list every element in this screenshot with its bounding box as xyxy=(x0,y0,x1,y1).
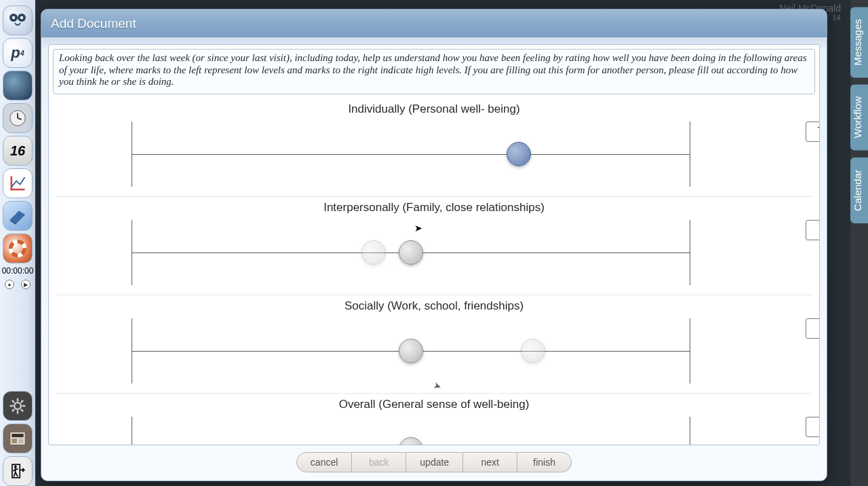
svg-rect-7 xyxy=(11,176,13,191)
svg-point-10 xyxy=(11,242,25,256)
slider[interactable]: -- xyxy=(56,220,812,285)
dialog-title: Add Document xyxy=(41,10,827,37)
slider-label: Interpersonally (Family, close relations… xyxy=(56,201,812,214)
lifesaver-icon[interactable] xyxy=(3,233,33,263)
slider-ghost-knob xyxy=(361,240,386,265)
sliders-container: Individually (Personal well- being)7.0In… xyxy=(49,98,819,445)
svg-line-16 xyxy=(12,400,14,403)
exit-icon[interactable] xyxy=(3,456,33,486)
slider-knob[interactable] xyxy=(507,142,531,166)
update-button[interactable]: update xyxy=(406,452,463,472)
timer-display: 00:00:00 xyxy=(0,263,35,276)
svg-point-2 xyxy=(12,16,15,19)
dialog-body: Looking back over the last week (or sinc… xyxy=(48,44,820,445)
book-svg xyxy=(7,206,28,226)
svg-point-3 xyxy=(20,16,23,19)
owl-svg xyxy=(7,10,28,31)
chart-icon[interactable] xyxy=(3,168,33,198)
calendar-day-icon[interactable]: 16 xyxy=(3,136,33,166)
tab-calendar[interactable]: Calendar xyxy=(850,157,868,223)
p4-label: p xyxy=(11,44,20,62)
slider-value-display: -- xyxy=(806,417,819,437)
svg-rect-22 xyxy=(12,438,17,443)
button-bar: cancel back update next finish xyxy=(41,445,827,481)
slider-ghost-knob xyxy=(521,339,545,363)
instructions-text: Looking back over the last week (or sinc… xyxy=(53,49,815,94)
svg-line-19 xyxy=(12,409,14,411)
slider-track xyxy=(132,122,690,187)
back-button: back xyxy=(352,452,406,472)
slider-knob[interactable] xyxy=(399,339,423,363)
news-icon[interactable] xyxy=(3,424,33,453)
svg-point-27 xyxy=(14,466,17,468)
news-svg xyxy=(8,429,27,448)
clock-svg xyxy=(7,108,28,128)
timer-record-button[interactable]: ● xyxy=(5,280,14,289)
svg-line-17 xyxy=(21,409,23,411)
cancel-button[interactable]: cancel xyxy=(296,452,352,472)
right-tabs: Messages Workflow Calendar xyxy=(850,0,868,486)
svg-rect-21 xyxy=(12,434,24,437)
svg-line-18 xyxy=(21,400,23,403)
slider-row: Interpersonally (Family, close relations… xyxy=(56,196,812,295)
slider[interactable]: -- xyxy=(56,417,812,445)
exit-svg xyxy=(9,462,26,480)
slider-row: Overall (General sense of well-being)-- xyxy=(56,393,812,445)
slider[interactable]: -- xyxy=(56,318,812,384)
owl-logo-icon[interactable] xyxy=(3,5,33,35)
p4-icon[interactable]: p4 xyxy=(3,38,33,68)
slider-label: Socially (Work, school, friendships) xyxy=(56,299,812,313)
slider-knob[interactable] xyxy=(399,240,423,265)
p4-sup: 4 xyxy=(20,49,24,57)
slider-track xyxy=(132,417,690,445)
tab-workflow[interactable]: Workflow xyxy=(850,84,868,150)
add-document-dialog: Add Document Looking back over the last … xyxy=(41,9,827,481)
gear-svg xyxy=(9,397,26,415)
gear-icon[interactable] xyxy=(3,391,33,421)
lifesaver-svg xyxy=(7,238,28,259)
slider-value-display: -- xyxy=(806,318,819,339)
finish-button[interactable]: finish xyxy=(517,452,572,472)
slider-label: Overall (General sense of well-being) xyxy=(56,398,812,411)
slider-value-display: -- xyxy=(806,220,819,240)
next-button[interactable]: next xyxy=(463,452,517,472)
slider-track xyxy=(132,220,690,285)
calendar-day-label: 16 xyxy=(10,143,25,159)
slider-track xyxy=(132,318,690,384)
globe-icon[interactable] xyxy=(3,71,33,100)
left-toolbar: p4 16 xyxy=(0,0,35,486)
tab-messages[interactable]: Messages xyxy=(850,7,868,77)
slider-value-display: 7.0 xyxy=(806,122,819,142)
slider[interactable]: 7.0 xyxy=(56,122,812,187)
svg-point-11 xyxy=(14,403,21,409)
timer-controls: ● ▶ xyxy=(5,276,31,295)
timer-play-button[interactable]: ▶ xyxy=(21,280,31,289)
clock-icon[interactable] xyxy=(3,103,33,133)
slider-row: Socially (Work, school, friendships)-- xyxy=(56,295,812,393)
book-icon[interactable] xyxy=(3,201,33,231)
slider-label: Individually (Personal well- being) xyxy=(56,102,812,116)
chart-svg xyxy=(8,174,27,193)
slider-row: Individually (Personal well- being)7.0 xyxy=(56,98,812,196)
svg-rect-8 xyxy=(11,189,25,191)
slider-knob[interactable] xyxy=(399,437,423,445)
